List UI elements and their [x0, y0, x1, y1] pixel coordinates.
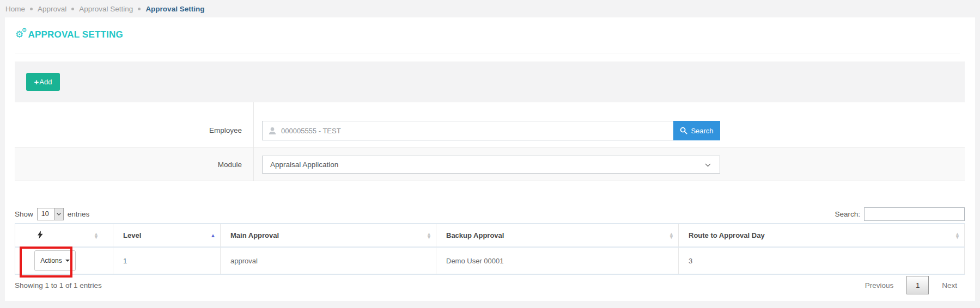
- breadcrumb-approval[interactable]: Approval: [38, 5, 66, 13]
- employee-input-group: Search: [262, 121, 720, 140]
- chevron-down-icon: [705, 163, 711, 167]
- add-button[interactable]: + Add: [26, 73, 60, 91]
- column-label: Level: [123, 231, 141, 239]
- column-header-level[interactable]: Level ▲: [113, 224, 221, 247]
- breadcrumb-separator-dot: [30, 8, 33, 10]
- breadcrumb-separator-dot: [138, 8, 141, 10]
- show-label: Show: [15, 210, 33, 218]
- breadcrumb: Home Approval Approval Setting Approval …: [0, 0, 980, 17]
- page-size-select[interactable]: 10: [37, 208, 64, 220]
- approval-table: ▲▼ Level ▲ Main Approval ▲▼ Backup Appro…: [15, 223, 965, 275]
- module-label: Module: [15, 148, 254, 181]
- employee-search-button[interactable]: Search: [673, 121, 720, 140]
- bolt-icon: [38, 231, 43, 239]
- breadcrumb-home[interactable]: Home: [5, 5, 25, 13]
- employee-field-area: Search: [254, 102, 965, 147]
- gears-icon: ⚙⚙: [15, 29, 23, 40]
- actions-dropdown-button[interactable]: Actions: [34, 250, 76, 271]
- caret-down-icon: [65, 260, 70, 262]
- page-title: ⚙⚙ APPROVAL SETTING: [15, 29, 123, 40]
- filter-form: Employee: [15, 102, 965, 181]
- table-search-control: Search:: [835, 207, 965, 221]
- cell-main-approval: approval: [221, 247, 436, 274]
- employee-input[interactable]: [262, 121, 673, 140]
- module-row: Module Appraisal Application: [15, 148, 965, 181]
- actions-button-label: Actions: [40, 257, 62, 264]
- title-divider: [15, 53, 960, 53]
- page-size-value: 10: [38, 208, 54, 220]
- employee-label: Employee: [15, 102, 254, 147]
- module-select-value: Appraisal Application: [270, 161, 338, 169]
- table-search-input[interactable]: [864, 207, 965, 221]
- column-header-backup-approval[interactable]: Backup Approval ▲▼: [436, 224, 679, 247]
- breadcrumb-current: Approval Setting: [145, 5, 204, 13]
- content-card: ⚙⚙ APPROVAL SETTING + Add Employee: [5, 17, 975, 301]
- page-title-text: APPROVAL SETTING: [28, 29, 123, 40]
- current-page-button[interactable]: 1: [906, 276, 929, 294]
- table-controls: Show 10 entries Search:: [15, 206, 965, 222]
- pagination: Previous 1 Next: [857, 276, 965, 294]
- column-label: Route to Approval Day: [689, 231, 765, 239]
- entries-label: entries: [68, 210, 90, 218]
- module-select[interactable]: Appraisal Application: [262, 156, 720, 174]
- cell-level: 1: [113, 247, 221, 274]
- previous-page-button[interactable]: Previous: [857, 281, 902, 289]
- column-header-route-day[interactable]: Route to Approval Day ▲▼: [679, 224, 965, 247]
- column-label: Backup Approval: [446, 231, 504, 239]
- column-header-main-approval[interactable]: Main Approval ▲▼: [221, 224, 436, 247]
- sort-icon: ▲▼: [669, 232, 674, 239]
- column-header-actions[interactable]: ▲▼: [15, 224, 113, 247]
- column-label: Main Approval: [230, 231, 279, 239]
- toolbar: + Add: [15, 61, 965, 102]
- table-search-label: Search:: [835, 210, 860, 218]
- sort-icon: ▲▼: [94, 232, 99, 239]
- actions-cell: Actions: [15, 247, 113, 274]
- employee-row: Employee: [15, 102, 965, 148]
- sort-icon: ▲▼: [427, 232, 431, 239]
- sort-asc-icon: ▲: [210, 233, 216, 238]
- cell-backup-approval: Demo User 00001: [436, 247, 679, 274]
- cell-route-day: 3: [679, 247, 965, 274]
- breadcrumb-separator-dot: [71, 8, 74, 10]
- entries-info: Showing 1 to 1 of 1 entries: [15, 281, 102, 289]
- add-button-label: Add: [39, 78, 52, 86]
- plus-icon: +: [34, 78, 39, 86]
- search-button-label: Search: [691, 127, 713, 135]
- sort-icon: ▲▼: [955, 232, 960, 239]
- table-footer: Showing 1 to 1 of 1 entries Previous 1 N…: [15, 275, 965, 295]
- table-header-row: ▲▼ Level ▲ Main Approval ▲▼ Backup Appro…: [15, 224, 965, 247]
- search-icon: [680, 127, 687, 134]
- chevron-down-icon: [54, 208, 63, 220]
- next-page-button[interactable]: Next: [934, 281, 965, 289]
- show-entries-control: Show 10 entries: [15, 208, 89, 220]
- table-row: Actions 1 approval Demo User 00001 3: [15, 247, 965, 274]
- breadcrumb-approval-setting[interactable]: Approval Setting: [79, 5, 133, 13]
- module-field-area: Appraisal Application: [254, 148, 965, 181]
